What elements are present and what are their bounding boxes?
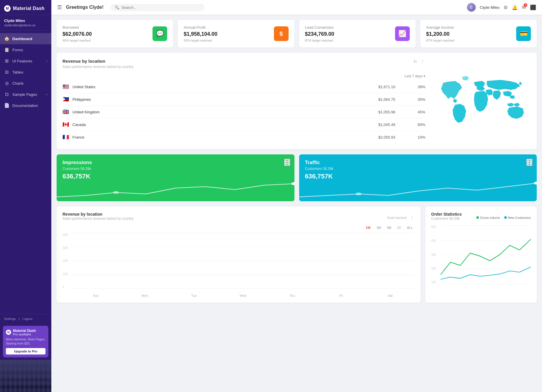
ui-features-icon: ⊞ [4,58,9,64]
amount-fr: $2,050.93 [378,135,408,139]
header-title: Greetings Clyde! [66,5,104,10]
camera-icon[interactable]: ⬛ [530,4,536,11]
chart-title: Revenue by location [62,212,133,217]
revenue-row-uk: 🇬🇧 United Kingdom $1,055.98 45% [62,106,425,118]
charts-icon: ◎ [4,81,9,86]
x-label-mon: Mon [120,294,169,297]
stat-sub: 48% target reached [62,39,92,42]
pct-fr: 10% [411,135,425,139]
impressions-card: ⋮ Impressions Customers 58.39k 636,757K [57,154,294,201]
revenue-row-ph: 🇵🇭 Philippines $1,064.75 30% [62,93,425,106]
traffic-card: ⋮ Traffic Customers 58.39k 636,757K [299,154,537,201]
stat-cards: Borrowed $62,0076.00 48% target reached … [57,20,537,47]
x-label-sat: Sat [366,294,415,297]
traffic-menu[interactable]: ⋮ [526,158,533,166]
search-box: 🔍 [111,4,204,11]
notifications-icon[interactable]: 🔔 [512,5,518,10]
legend-gross: Gross volume [476,216,500,219]
stat-card-borrowed: Borrowed $62,0076.00 48% target reached … [57,20,173,47]
filter-1w[interactable]: 1W [364,225,373,230]
sidebar-item-dashboard[interactable]: 🏠 Dashboard [0,33,51,44]
stat-card-annual-profit: Annual Profit $1,958,104.00 55% target r… [178,20,294,47]
refresh-icon[interactable]: ↻ [413,59,418,64]
stat-label: Borrowed [62,25,92,30]
country-uk: United Kingdom [72,110,375,114]
chart-more-icon[interactable]: ⋮ [409,215,415,221]
pct-us: 39% [411,85,425,89]
flag-uk: 🇬🇧 [62,109,70,115]
header-user-name: Clyde Miles [480,5,499,10]
pct-ca: 80% [411,122,425,127]
y-label-400: 400 [62,233,70,236]
amount-ca: $1,045.49 [378,122,408,127]
logo-icon: M [4,5,11,12]
stat-sub: 87% target reached [426,39,454,42]
settings-link[interactable]: Settings [4,317,16,321]
stat-icon-lead: 📈 [395,26,410,41]
order-sub: Customers 58.39k [431,217,462,221]
legend-dot-gross [476,216,479,219]
search-input[interactable] [121,5,200,10]
country-ph: Philippines [72,97,375,102]
x-label-tue: Tue [170,294,219,297]
y-label-100: 100 [62,272,70,276]
metrics-row: ⋮ Impressions Customers 58.39k 636,757K … [57,154,537,201]
x-label-fri: Fri [316,294,365,297]
amount-uk: $1,055.98 [378,110,408,114]
stat-sub: 87% target reached [305,39,334,42]
y-label-0: 0 [62,285,70,289]
order-legend: Gross volume New Customers [476,216,531,219]
upgrade-button[interactable]: Upgrade to Pro [6,348,45,354]
filter-1y[interactable]: 1Y [395,225,403,230]
stat-value: $62,0076.00 [62,31,92,37]
more-icon[interactable]: ⋮ [420,59,425,64]
x-label-wed: Wed [219,294,267,297]
stat-value: $1,958,104.00 [184,31,217,37]
stat-card-lead-conversion: Lead Conversion $234,769.00 87% target r… [299,20,416,47]
order-y-400: 400 [431,239,441,242]
filter-1m[interactable]: 1M [374,225,383,230]
stat-card-average-income: Average Income $1,200.00 87% target reac… [420,20,537,47]
amount-ph: $1,064.75 [378,97,408,102]
menu-icon[interactable]: ☰ [57,4,62,11]
sidebar-item-sample-pages[interactable]: ⊡ Sample Pages › [0,89,51,100]
sidebar-item-forms[interactable]: 📋 Forms [0,44,51,55]
chart-subtitle: Sales performance revenue based by count… [62,217,133,221]
mail-badge: 3 [524,3,527,7]
footer-separator: | [19,317,20,321]
stat-label: Lead Conversion [305,25,334,30]
header: ☰ Greetings Clyde! 🔍 C Clyde Miles ⚙ 🔔 ✉… [51,0,542,15]
settings-icon[interactable]: ⚙ [504,5,508,10]
sidebar-item-documentation[interactable]: 📄 Documentation [0,100,51,111]
revenue-location-card: Revenue by location Sales performance re… [57,53,537,149]
promo-icon: M [6,330,11,335]
revenue-chart-card: Revenue by location Sales performance re… [57,207,421,303]
filter-all[interactable]: ALL [405,225,415,230]
sidebar-user: Clyde Miles clydemiles@elenor.us [0,15,51,31]
sidebar-item-charts[interactable]: ◎ Charts [0,78,51,89]
revenue-filter[interactable]: Last 7 days ▾ [404,74,425,78]
revenue-row-fr: 🇫🇷 France $2,050.93 10% [62,131,425,143]
chevron-right-icon: › [46,93,47,96]
svg-point-2 [534,182,537,185]
sidebar-user-name: Clyde Miles [4,18,47,23]
flag-ph: 🇵🇭 [62,96,70,103]
sidebar-item-tables[interactable]: ⊟ Tables [0,67,51,78]
stat-icon-borrowed: 💬 [153,26,167,41]
traffic-title: Traffic [305,160,531,166]
legend-new: New Customers [504,216,531,219]
filter-3m[interactable]: 3M [385,225,393,230]
documentation-icon: 📄 [4,103,9,108]
order-stats-card: Order Statistics Customers 58.39k Gross … [425,207,537,303]
order-chart: 500 400 300 200 100 [431,225,531,290]
pct-ph: 30% [411,97,425,102]
stat-value: $1,200.00 [426,31,454,37]
revenue-title: Revenue by location [62,59,133,64]
flag-us: 🇺🇸 [62,83,70,90]
mail-icon[interactable]: ✉ 3 [522,4,526,11]
logout-link[interactable]: Logout [23,317,33,321]
sidebar-item-ui-features[interactable]: ⊞ UI Features › [0,55,51,67]
revenue-row-us: 🇺🇸 United States $1,671.10 39% [62,81,425,93]
sidebar-item-label: Charts [12,81,23,86]
impressions-menu[interactable]: ⋮ [284,158,290,166]
